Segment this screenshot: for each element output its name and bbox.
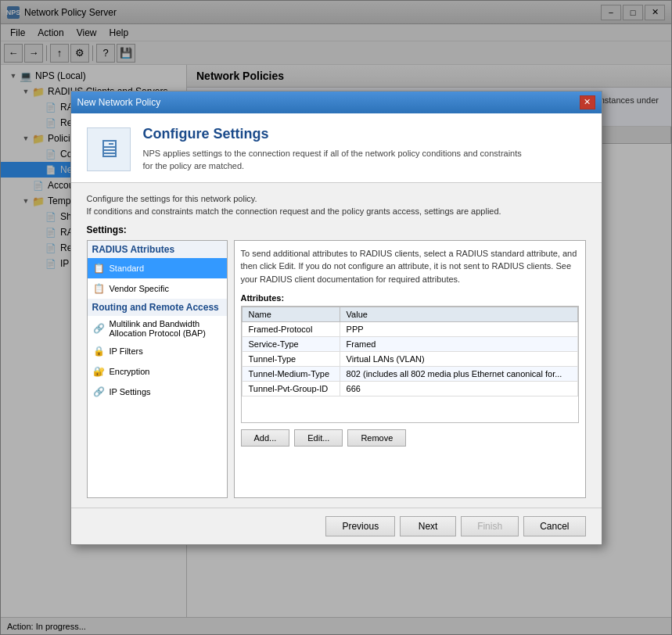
settings-item-ip-settings-label: IP Settings	[110, 387, 151, 396]
modal-titlebar: New Network Policy ✕	[71, 91, 602, 113]
settings-item-vendor-label: Vendor Specific	[110, 284, 169, 293]
table-row[interactable]: Framed-ProtocolPPP	[242, 322, 577, 337]
settings-item-multilink-label: Multilink and Bandwidth Allocation Proto…	[110, 319, 222, 338]
attrs-buttons: Add... Edit... Remove	[241, 429, 579, 447]
modal-header-title: Configure Settings	[143, 126, 534, 142]
attrs-table-container: Name Value Framed-ProtocolPPPService-Typ…	[241, 306, 579, 423]
settings-group-radius: RADIUS Attributes	[88, 241, 227, 258]
modal-close-button[interactable]: ✕	[580, 95, 595, 109]
settings-item-ip-settings[interactable]: 🔗 IP Settings	[88, 382, 227, 402]
modal-note-text-1: Configure the settings for this network …	[87, 194, 257, 203]
cancel-button[interactable]: Cancel	[523, 516, 585, 536]
modal-header: 🖥 Configure Settings NPS applies setting…	[71, 113, 602, 183]
new-network-policy-dialog: New Network Policy ✕ 🖥 Configure Setting…	[70, 91, 602, 545]
multilink-icon: 🔗	[92, 321, 106, 335]
finish-button[interactable]: Finish	[461, 516, 519, 536]
settings-item-ip-filters-label: IP Filters	[110, 346, 143, 356]
modal-header-icon: 🖥	[87, 127, 131, 171]
modal-note-1: Configure the settings for this network …	[87, 192, 586, 218]
remove-button[interactable]: Remove	[347, 429, 406, 447]
attrs-table: Name Value Framed-ProtocolPPPService-Typ…	[242, 307, 578, 396]
settings-item-standard[interactable]: 📋 Standard	[88, 258, 227, 278]
previous-button[interactable]: Previous	[325, 516, 395, 536]
settings-left-panel: RADIUS Attributes 📋 Standard 📋 Vendor Sp…	[87, 240, 228, 498]
settings-item-standard-label: Standard	[110, 264, 145, 273]
col-value[interactable]: Value	[340, 307, 577, 322]
ip-filters-icon: 🔒	[92, 344, 106, 358]
attrs-label: Attributes:	[241, 293, 579, 303]
settings-item-ip-filters[interactable]: 🔒 IP Filters	[88, 341, 227, 361]
col-name[interactable]: Name	[242, 307, 340, 322]
next-button[interactable]: Next	[400, 516, 456, 536]
settings-right-panel: To send additional attributes to RADIUS …	[234, 240, 586, 498]
encryption-icon: 🔐	[92, 364, 106, 378]
modal-header-desc: NPS applies settings to the connection r…	[143, 147, 534, 173]
modal-header-text: Configure Settings NPS applies settings …	[143, 126, 534, 173]
settings-container: RADIUS Attributes 📋 Standard 📋 Vendor Sp…	[87, 240, 586, 498]
vendor-icon: 📋	[92, 282, 106, 296]
settings-item-vendor-specific[interactable]: 📋 Vendor Specific	[88, 278, 227, 299]
modal-note-text-2: If conditions and constraints match the …	[87, 206, 501, 216]
table-row[interactable]: Tunnel-Pvt-Group-ID666	[242, 382, 577, 396]
modal-title: New Network Policy	[77, 97, 580, 108]
settings-item-encryption[interactable]: 🔐 Encryption	[88, 361, 227, 382]
table-row[interactable]: Tunnel-Medium-Type802 (includes all 802 …	[242, 367, 577, 382]
add-button[interactable]: Add...	[241, 429, 290, 447]
edit-button[interactable]: Edit...	[294, 429, 343, 447]
settings-group-routing: Routing and Remote Access	[88, 299, 227, 316]
table-row[interactable]: Tunnel-TypeVirtual LANs (VLAN)	[242, 352, 577, 367]
table-row[interactable]: Service-TypeFramed	[242, 337, 577, 352]
settings-right-text: To send additional attributes to RADIUS …	[241, 247, 579, 286]
standard-icon: 📋	[92, 261, 106, 275]
modal-footer: Previous Next Finish Cancel	[71, 508, 602, 544]
ip-settings-icon: 🔗	[92, 385, 106, 399]
settings-label: Settings:	[87, 224, 586, 235]
settings-item-encryption-label: Encryption	[110, 367, 150, 376]
modal-body: Configure the settings for this network …	[71, 183, 602, 508]
settings-item-multilink[interactable]: 🔗 Multilink and Bandwidth Allocation Pro…	[88, 316, 227, 341]
modal-overlay: New Network Policy ✕ 🖥 Configure Setting…	[0, 0, 672, 635]
